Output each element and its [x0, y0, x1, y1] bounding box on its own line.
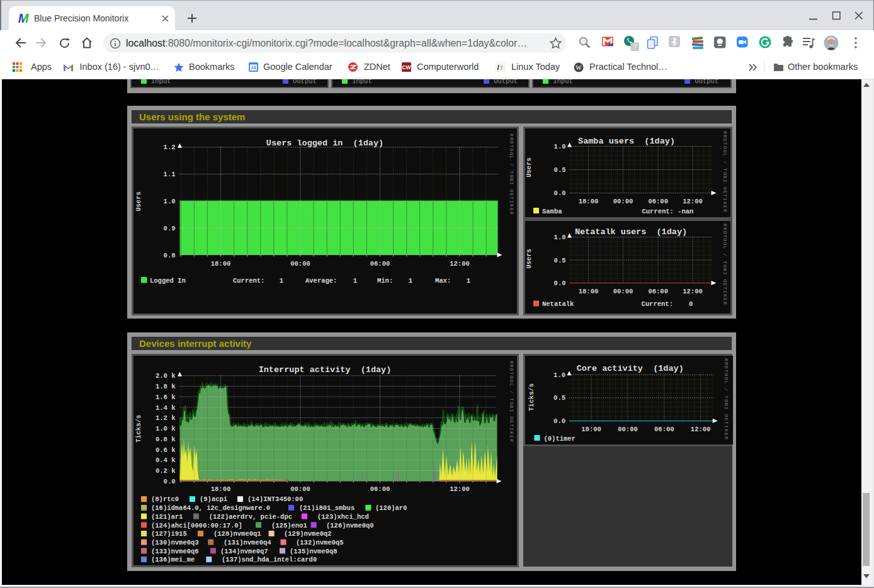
svg-text:28: 28 — [251, 65, 256, 71]
svg-text:1: 1 — [279, 277, 283, 285]
svg-text:18:00: 18:00 — [210, 260, 230, 268]
svg-text:06:00: 06:00 — [648, 198, 668, 205]
svg-text:(131)nvme0q4: (131)nvme0q4 — [224, 538, 271, 546]
svg-text:1.0: 1.0 — [553, 143, 565, 150]
svg-text:1: 1 — [353, 277, 356, 285]
svg-text:2.0 k: 2.0 k — [155, 372, 175, 380]
svg-text:06:00: 06:00 — [648, 287, 668, 295]
svg-text:(0)timer: (0)timer — [543, 434, 575, 442]
svg-text:RRDTOOL / TOBI OETIKER: RRDTOOL / TOBI OETIKER — [723, 358, 729, 440]
svg-text:(128)nvme0q1: (128)nvme0q1 — [213, 530, 261, 538]
svg-text:0.8: 0.8 — [163, 252, 175, 259]
svg-text:12:00: 12:00 — [450, 260, 470, 268]
svg-text:1.1: 1.1 — [163, 171, 175, 178]
svg-text:M: M — [18, 12, 29, 25]
svg-text:1.2 k: 1.2 k — [155, 414, 175, 422]
svg-text:Users: Users — [134, 191, 142, 212]
svg-text:00:00: 00:00 — [618, 425, 638, 433]
svg-text:(9)acpi: (9)acpi — [200, 495, 227, 503]
svg-text:0.5: 0.5 — [553, 166, 565, 174]
svg-text:Core activity (1day): Core activity (1day) — [576, 364, 683, 373]
svg-text:1.0: 1.0 — [163, 198, 175, 205]
svg-text:06:00: 06:00 — [370, 485, 390, 492]
svg-text:RRDTOOL / TOBI OETIKER: RRDTOOL / TOBI OETIKER — [509, 133, 514, 215]
svg-text:Netatalk users (1day): Netatalk users (1day) — [574, 227, 686, 237]
svg-text:12:00: 12:00 — [683, 198, 703, 205]
svg-text:0.0: 0.0 — [553, 280, 565, 287]
svg-text:0.5: 0.5 — [553, 256, 565, 264]
svg-text:1.0: 1.0 — [553, 234, 565, 241]
svg-text:(8)rtc0: (8)rtc0 — [151, 495, 179, 503]
svg-text:0.5: 0.5 — [553, 394, 565, 402]
svg-text:(125)eno1: (125)eno1 — [271, 521, 307, 529]
svg-text:(137)snd_hda_intel:card0: (137)snd_hda_intel:card0 — [222, 556, 317, 563]
svg-text:18:00: 18:00 — [210, 485, 230, 492]
svg-text:W: W — [576, 64, 582, 71]
svg-text:0.8 k: 0.8 k — [155, 435, 175, 443]
svg-text:0.0: 0.0 — [553, 417, 565, 425]
svg-text:(124)ahci[0000:00:17.0]: (124)ahci[0000:00:17.0] — [151, 521, 242, 529]
svg-text:Users: Users — [525, 157, 533, 178]
svg-text:0.6 k: 0.6 k — [155, 446, 175, 453]
svg-text:(123)xhci_hcd: (123)xhci_hcd — [317, 512, 369, 520]
svg-text:Ticks/s: Ticks/s — [528, 383, 535, 410]
svg-text:1.0: 1.0 — [553, 371, 565, 378]
svg-text:?: ? — [633, 43, 637, 50]
svg-text:(120)ar0: (120)ar0 — [375, 504, 407, 512]
svg-text:1.0 k: 1.0 k — [155, 425, 175, 433]
svg-text:1.4 k: 1.4 k — [155, 404, 175, 411]
svg-text:RRDTOOL / TOBI OETIKER: RRDTOOL / TOBI OETIKER — [509, 361, 514, 443]
svg-text:(134)nvme0q7: (134)nvme0q7 — [220, 547, 268, 555]
svg-text:0.9: 0.9 — [163, 225, 175, 232]
svg-text:(122)aerdrv, pcie-dpc: (122)aerdrv, pcie-dpc — [208, 512, 292, 520]
svg-text:(133)nvme0q6: (133)nvme0q6 — [151, 547, 199, 555]
svg-text:CW: CW — [402, 64, 411, 71]
svg-text:Logged In: Logged In — [150, 277, 186, 285]
svg-text:(135)nvme0q8: (135)nvme0q8 — [290, 547, 338, 555]
svg-text:12:00: 12:00 — [450, 485, 470, 492]
svg-text:00:00: 00:00 — [290, 260, 310, 268]
svg-text:Samba users (1day): Samba users (1day) — [578, 137, 675, 146]
svg-text:Netatalk: Netatalk — [542, 300, 574, 308]
svg-text:1: 1 — [466, 277, 470, 285]
svg-text:18:00: 18:00 — [581, 425, 601, 433]
svg-text:1: 1 — [408, 277, 412, 285]
svg-text:18:00: 18:00 — [578, 198, 598, 205]
svg-text:(132)nvme0q5: (132)nvme0q5 — [296, 538, 344, 546]
svg-text:12:00: 12:00 — [690, 425, 710, 433]
svg-text:0.0: 0.0 — [553, 189, 565, 197]
svg-text:0.0: 0.0 — [163, 477, 175, 485]
svg-text:Interrupt activity (1day): Interrupt activity (1day) — [258, 365, 391, 375]
svg-text:Current:: Current: — [233, 277, 264, 285]
svg-text:Ticks/s: Ticks/s — [134, 414, 142, 442]
svg-text:(136)mei_me: (136)mei_me — [151, 556, 195, 563]
svg-text:06:00: 06:00 — [370, 260, 390, 268]
svg-text:(130)nvme0q3: (130)nvme0q3 — [151, 538, 199, 546]
svg-text:12:00: 12:00 — [683, 287, 703, 295]
svg-text:RRDTOOL / TOBI OETIKER: RRDTOOL / TOBI OETIKER — [722, 223, 727, 305]
svg-text:Current: -nan: Current: -nan — [642, 208, 693, 215]
svg-text:RRDTOOL / TOBI OETIKER: RRDTOOL / TOBI OETIKER — [722, 131, 727, 213]
svg-text:(21)i801_smbus: (21)i801_smbus — [299, 504, 355, 512]
svg-text:(14)INT3450:00: (14)INT3450:00 — [247, 495, 303, 503]
svg-text:Min:: Min: — [377, 277, 393, 285]
svg-text:Samba: Samba — [542, 208, 562, 215]
svg-text:Users logged in (1day): Users logged in (1day) — [266, 139, 383, 148]
svg-text:(126)nvme0q0: (126)nvme0q0 — [326, 521, 374, 529]
svg-text:Average:: Average: — [305, 277, 337, 285]
svg-text:Current: 0: Current: 0 — [641, 300, 693, 308]
svg-text:1.2: 1.2 — [163, 144, 175, 151]
svg-text:Max:: Max: — [435, 277, 451, 285]
svg-text:1.6 k: 1.6 k — [155, 393, 175, 400]
svg-text:Users: Users — [525, 249, 533, 269]
svg-text:00:00: 00:00 — [290, 485, 310, 492]
svg-text:00:00: 00:00 — [613, 287, 633, 295]
svg-text:1.8 k: 1.8 k — [155, 383, 175, 390]
svg-text:18:00: 18:00 — [578, 287, 598, 295]
svg-text:00:00: 00:00 — [613, 198, 633, 205]
svg-text:(127)i915: (127)i915 — [151, 530, 187, 538]
svg-text:(16)idma64.0, i2c_designware.0: (16)idma64.0, i2c_designware.0 — [151, 504, 270, 512]
svg-text:06:00: 06:00 — [654, 425, 674, 433]
svg-text:(121)ar1: (121)ar1 — [151, 512, 183, 520]
svg-text:0.4 k: 0.4 k — [155, 456, 175, 464]
